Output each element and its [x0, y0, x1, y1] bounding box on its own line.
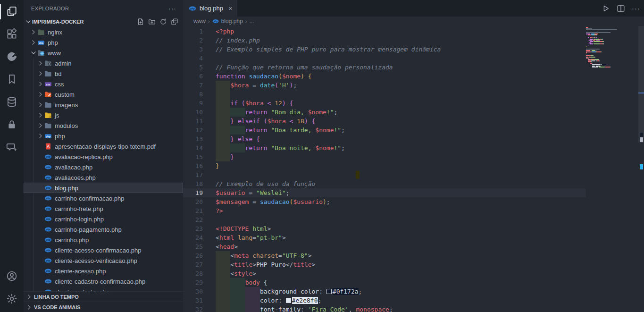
code-line-29[interactable]: 29 body { [183, 278, 586, 287]
code-line-23[interactable]: 23<!DOCTYPE html> [183, 224, 586, 233]
line-number: 22 [183, 215, 203, 224]
minimap-line [586, 27, 588, 28]
file-avaliacoes-php[interactable]: phpavaliacoes.php [24, 172, 183, 183]
activitybar-database[interactable] [0, 91, 24, 113]
file-carrinho-login-php[interactable]: phpcarrinho-login.php [24, 214, 183, 224]
code-line-16[interactable]: 16} [183, 161, 586, 170]
code-line-9[interactable]: 9 if ($hora < 12) { [183, 99, 586, 108]
folder-css[interactable]: csscss [24, 79, 183, 89]
code-line-3[interactable]: 3// Exemplo simples de PHP puro para mos… [183, 45, 586, 54]
code-line-6[interactable]: 6function saudacao($nome) { [183, 72, 586, 81]
file-cliente-cadastro-php[interactable]: phpcliente-cadastro.php [24, 287, 183, 291]
code-line-20[interactable]: 20$mensagem = saudacao($usuario); [183, 197, 586, 206]
minimap-line [595, 59, 599, 60]
files-icon [6, 6, 17, 17]
minimap-line [598, 34, 598, 34]
collapse-all-icon[interactable] [171, 18, 178, 25]
activitybar-pie-tool[interactable] [0, 45, 24, 68]
svg-text:php: php [46, 135, 51, 138]
folder-modulos[interactable]: modulos [24, 120, 183, 131]
refresh-icon[interactable] [159, 18, 167, 25]
code-line-15[interactable]: 15 } [183, 152, 586, 161]
editor-group: php blog.php × ··· www›phpblog.php›... 1… [183, 0, 644, 312]
new-folder-icon[interactable] [148, 18, 156, 25]
activitybar-security[interactable] [0, 113, 24, 136]
breadcrumb-item[interactable]: ... [249, 18, 254, 25]
project-section-header[interactable]: IMPRIMISA-DOCKER [24, 17, 183, 27]
new-file-icon[interactable] [137, 18, 144, 25]
code-line-2[interactable]: 2// index.php [183, 36, 586, 45]
code-line-21[interactable]: 21?> [183, 206, 586, 215]
folder-php[interactable]: phpphp [24, 131, 183, 141]
code-editor[interactable]: 1<?php2// index.php3// Exemplo simples d… [183, 26, 644, 312]
minimap[interactable] [586, 27, 637, 282]
run-button[interactable] [602, 4, 610, 13]
section-linha-do-tempo[interactable]: LINHA DO TEMPO [24, 291, 183, 302]
file-carrinho-confirmacao-php[interactable]: phpcarrinho-confirmacao.php [24, 193, 183, 203]
file-blog-php[interactable]: phpblog.php [24, 183, 183, 193]
overview-ruler[interactable] [638, 0, 644, 312]
tab-blog-php[interactable]: php blog.php × [183, 0, 237, 17]
breadcrumb-item[interactable]: www [193, 18, 206, 25]
code-line-32[interactable]: 32 font-family: 'Fira Code', monospace; [183, 305, 586, 312]
folder-php[interactable]: phpphp [24, 37, 183, 48]
file-carrinho-pagamento-php[interactable]: phpcarrinho-pagamento.php [24, 224, 183, 235]
file-avaliacao-php[interactable]: phpavaliacao.php [24, 162, 183, 172]
gear-icon [6, 293, 17, 304]
code-line-17[interactable]: 17 [183, 170, 586, 179]
breadcrumb-item[interactable]: phpblog.php [212, 18, 243, 25]
code-line-14[interactable]: 14 return "Boa noite, $nome!"; [183, 143, 586, 152]
code-line-30[interactable]: 30 background-color: #0f172a; [183, 287, 586, 296]
folder-www[interactable]: www [24, 48, 183, 58]
activitybar-bookmarks[interactable] [0, 68, 24, 91]
file-carrinho-frete-php[interactable]: phpcarrinho-frete.php [24, 203, 183, 214]
activitybar-extensions[interactable] [0, 23, 24, 45]
code-line-26[interactable]: 26 <meta charset="UTF-8"> [183, 251, 586, 260]
code-line-18[interactable]: 18// Exemplo de uso da função [183, 179, 586, 188]
code-line-8[interactable]: 8 [183, 90, 586, 99]
folder-custom[interactable]: custom [24, 89, 183, 100]
code-line-22[interactable]: 22 [183, 215, 586, 224]
scrollbar-thumb[interactable] [638, 26, 644, 143]
code-line-12[interactable]: 12 return "Boa tarde, $nome!"; [183, 126, 586, 135]
folder-js[interactable]: JSjs [24, 110, 183, 120]
code-line-28[interactable]: 28 <style> [183, 269, 586, 278]
code-line-4[interactable]: 4 [183, 54, 586, 63]
color-swatch[interactable] [326, 289, 332, 294]
folder-nginx[interactable]: nginx [24, 27, 183, 37]
folder-imagens[interactable]: imagens [24, 100, 183, 110]
code-line-7[interactable]: 7 $hora = date('H'); [183, 81, 586, 90]
file-avaliacao-replica-php[interactable]: phpavaliacao-replica.php [24, 152, 183, 162]
code-line-25[interactable]: 25<head> [183, 242, 586, 251]
code-line-19[interactable]: 19$usuario = "Weslei"; [183, 188, 586, 197]
file-cliente-acesso-confirmacao-php[interactable]: phpcliente-acesso-confirmacao.php [24, 245, 183, 255]
split-editor-button[interactable] [617, 4, 625, 13]
code-line-24[interactable]: 24<html lang="pt-br"> [183, 233, 586, 242]
code-line-27[interactable]: 27 <title>PHP Puro</title> [183, 260, 586, 269]
chevron-down-icon[interactable] [25, 18, 32, 25]
code-line-5[interactable]: 5// Função que retorna uma saudação pers… [183, 63, 586, 72]
activitybar-account[interactable] [0, 265, 24, 287]
activitybar-settings[interactable] [0, 287, 24, 310]
file-carrinho-php[interactable]: phpcarrinho.php [24, 235, 183, 245]
line-content: return "Boa tarde, $nome!"; [216, 126, 345, 135]
color-swatch[interactable] [286, 298, 291, 303]
svg-text:php: php [45, 176, 50, 179]
file-cliente-acesso-verificacao-php[interactable]: phpcliente-acesso-verificacao.php [24, 255, 183, 266]
code-line-11[interactable]: 11 } elseif ($hora < 18) { [183, 117, 586, 126]
close-tab-icon[interactable]: × [228, 4, 233, 12]
section-vs-code-animais[interactable]: VS CODE ANIMAIS [24, 302, 183, 312]
code-line-13[interactable]: 13 } else { [183, 135, 586, 143]
activitybar-explorer[interactable] [0, 0, 24, 23]
folder-admin[interactable]: admin [24, 58, 183, 68]
file-cliente-cadastro-confirmacao-php[interactable]: phpcliente-cadastro-confirmacao.php [24, 276, 183, 287]
code-line-1[interactable]: 1<?php [183, 27, 586, 36]
file-apresentacao-displays-tipo-totem-pdf[interactable]: apresentacao-displays-tipo-totem.pdf [24, 141, 183, 152]
file-cliente-acesso-php[interactable]: phpcliente-acesso.php [24, 266, 183, 276]
activitybar-chat-ai[interactable] [0, 136, 24, 159]
php-file: php [44, 257, 52, 264]
folder-bd[interactable]: bd [24, 68, 183, 79]
code-line-31[interactable]: 31 color: #e2e8f0; [183, 296, 586, 305]
code-line-10[interactable]: 10 return "Bom dia, $nome!"; [183, 108, 586, 117]
views-more-icon[interactable]: ··· [168, 5, 176, 12]
